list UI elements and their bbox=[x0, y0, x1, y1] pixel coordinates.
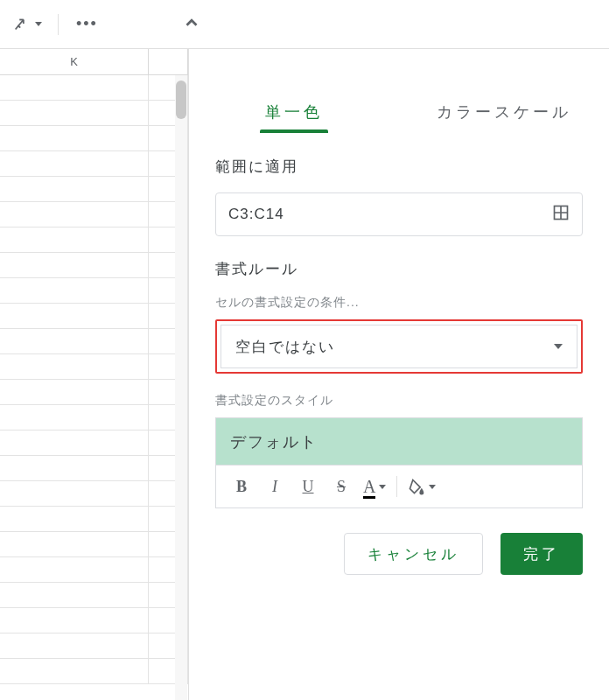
style-preview-text: デフォルト bbox=[230, 431, 318, 452]
underline-button[interactable]: U bbox=[291, 472, 325, 501]
grid-row[interactable] bbox=[0, 507, 188, 532]
grid-body[interactable] bbox=[0, 75, 188, 684]
panel-tabs: 単一色 カラースケール bbox=[189, 93, 609, 134]
panel-footer: キャンセル 完了 bbox=[189, 508, 609, 575]
paint-bucket-icon bbox=[408, 478, 425, 495]
caret-down-icon bbox=[379, 485, 386, 489]
cancel-button[interactable]: キャンセル bbox=[344, 533, 483, 575]
vertical-scrollbar[interactable] bbox=[175, 75, 187, 700]
range-input[interactable] bbox=[228, 206, 552, 223]
dropdown-value: 空白ではない bbox=[235, 337, 335, 357]
done-button[interactable]: 完了 bbox=[500, 533, 583, 575]
button-label: キャンセル bbox=[368, 544, 459, 564]
style-preview[interactable]: デフォルト bbox=[215, 417, 583, 465]
text-rotation-icon bbox=[12, 15, 32, 34]
grid-row[interactable] bbox=[0, 151, 188, 177]
condition-dropdown[interactable]: 空白ではない bbox=[220, 325, 578, 368]
range-input-container bbox=[215, 192, 583, 236]
grid-row[interactable] bbox=[0, 75, 188, 101]
toolbar: ••• 条件付き書式設定ルール bbox=[0, 0, 609, 49]
text-color-button[interactable]: A bbox=[358, 477, 391, 497]
format-rules-label: 書式ルール bbox=[215, 259, 583, 279]
more-menu-button[interactable]: ••• bbox=[71, 11, 103, 37]
collapse-button[interactable] bbox=[182, 13, 201, 36]
style-sub-label: 書式設定のスタイル bbox=[215, 393, 583, 409]
condition-dropdown-highlight: 空白ではない bbox=[215, 319, 583, 374]
active-tab-indicator bbox=[260, 130, 328, 133]
condition-sub-label: セルの書式設定の条件... bbox=[215, 295, 583, 311]
tab-label: カラースケール bbox=[437, 103, 571, 121]
column-header-next[interactable] bbox=[149, 49, 188, 74]
style-toolbar: B I U S A bbox=[215, 465, 583, 508]
grid-row[interactable] bbox=[0, 532, 188, 557]
italic-button[interactable]: I bbox=[258, 472, 291, 501]
grid-row[interactable] bbox=[0, 380, 188, 405]
chevron-up-icon bbox=[182, 13, 201, 32]
column-header[interactable]: K bbox=[0, 49, 149, 74]
grid-row[interactable] bbox=[0, 608, 188, 634]
grid-row[interactable] bbox=[0, 202, 188, 228]
text-rotation-button[interactable] bbox=[9, 11, 46, 38]
caret-down-icon bbox=[35, 22, 42, 26]
grid-row[interactable] bbox=[0, 557, 188, 583]
separator bbox=[396, 476, 397, 497]
grid-row[interactable] bbox=[0, 228, 188, 253]
grid-row[interactable] bbox=[0, 304, 188, 329]
grid-row[interactable] bbox=[0, 634, 188, 659]
grid-row[interactable] bbox=[0, 177, 188, 202]
grid-row[interactable] bbox=[0, 430, 188, 456]
grid-row[interactable] bbox=[0, 101, 188, 126]
fill-color-button[interactable] bbox=[402, 478, 441, 495]
grid-row[interactable] bbox=[0, 253, 188, 278]
caret-down-icon bbox=[554, 344, 563, 349]
spreadsheet-grid[interactable]: K bbox=[0, 49, 189, 700]
text-color-icon: A bbox=[363, 477, 375, 497]
grid-row[interactable] bbox=[0, 659, 188, 684]
tab-label: 単一色 bbox=[265, 103, 323, 121]
grid-row[interactable] bbox=[0, 278, 188, 304]
tab-single-color[interactable]: 単一色 bbox=[189, 93, 399, 133]
grid-row[interactable] bbox=[0, 405, 188, 430]
grid-row[interactable] bbox=[0, 481, 188, 507]
grid-row[interactable] bbox=[0, 354, 188, 380]
bold-button[interactable]: B bbox=[225, 472, 258, 501]
grid-row[interactable] bbox=[0, 583, 188, 608]
apply-range-label: 範囲に適用 bbox=[215, 157, 583, 177]
grid-row[interactable] bbox=[0, 329, 188, 354]
tab-color-scale[interactable]: カラースケール bbox=[399, 93, 609, 133]
conditional-format-panel: 単一色 カラースケール 範囲に適用 書式ルール セルの書式設定の条件... bbox=[189, 49, 609, 700]
grid-row[interactable] bbox=[0, 456, 188, 481]
button-label: 完了 bbox=[523, 544, 560, 564]
select-range-button[interactable] bbox=[552, 204, 570, 225]
caret-down-icon bbox=[429, 485, 436, 489]
grid-icon bbox=[552, 204, 570, 221]
column-header-row: K bbox=[0, 49, 188, 75]
separator bbox=[58, 14, 59, 35]
scrollbar-thumb[interactable] bbox=[176, 80, 186, 119]
grid-row[interactable] bbox=[0, 126, 188, 151]
strikethrough-button[interactable]: S bbox=[325, 472, 358, 501]
